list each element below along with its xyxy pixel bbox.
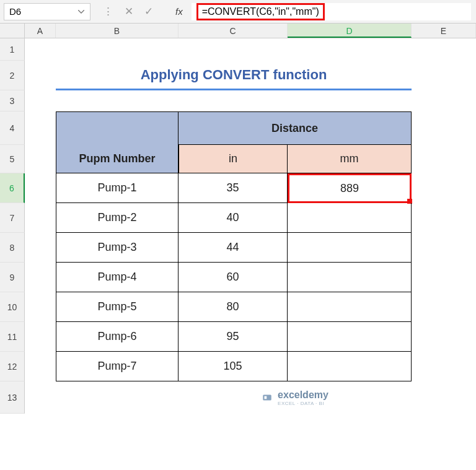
cell-c3[interactable]: [178, 90, 288, 111]
svg-rect-0: [263, 395, 271, 401]
cell-d6-value: 889: [340, 182, 359, 195]
cell-c12[interactable]: 105: [178, 352, 288, 381]
header-pump-number[interactable]: [56, 111, 178, 145]
cell-b11[interactable]: Pump-6: [56, 322, 178, 352]
formula-input[interactable]: =CONVERT(C6,"in","mm"): [192, 3, 471, 20]
cell-a12[interactable]: [25, 352, 56, 381]
row-header-1[interactable]: 1: [0, 38, 25, 61]
row-header-2[interactable]: 2: [0, 61, 25, 90]
cell-b13[interactable]: [56, 381, 178, 414]
cell-e5[interactable]: [412, 145, 476, 173]
row-header-10[interactable]: 10: [0, 292, 25, 322]
cell-e4[interactable]: [412, 111, 476, 145]
name-box-value: D6: [9, 6, 21, 17]
cell-b7[interactable]: Pump-2: [56, 203, 178, 233]
fx-icon[interactable]: fx: [175, 6, 183, 17]
cell-e6[interactable]: [412, 173, 476, 203]
watermark: exceldemy EXCEL · DATA · BI: [178, 381, 412, 414]
col-header-e[interactable]: E: [412, 24, 476, 38]
cell-a10[interactable]: [25, 292, 56, 322]
row-header-11[interactable]: 11: [0, 322, 25, 352]
col-header-a[interactable]: A: [25, 24, 56, 38]
chevron-down-icon[interactable]: [77, 8, 85, 15]
cell-c1[interactable]: [178, 38, 288, 61]
sheet-title[interactable]: Applying CONVERT function: [56, 61, 412, 90]
cell-d10[interactable]: [288, 292, 412, 322]
cell-a11[interactable]: [25, 322, 56, 352]
row-header-12[interactable]: 12: [0, 352, 25, 381]
cell-e13[interactable]: [412, 381, 476, 414]
cell-e9[interactable]: [412, 263, 476, 292]
cell-a2[interactable]: [25, 61, 56, 90]
header-pump-number-span[interactable]: Pupm Number: [56, 145, 178, 173]
cell-d8[interactable]: [288, 233, 412, 263]
cell-d9[interactable]: [288, 263, 412, 292]
cell-d1[interactable]: [288, 38, 412, 61]
cell-a9[interactable]: [25, 263, 56, 292]
cell-d6[interactable]: 889: [288, 173, 412, 203]
cell-d12[interactable]: [288, 352, 412, 381]
col-header-c[interactable]: C: [178, 24, 288, 38]
header-distance[interactable]: Distance: [178, 111, 412, 145]
cell-e1[interactable]: [412, 38, 476, 61]
dots-icon: ⋮: [103, 5, 113, 18]
name-box[interactable]: D6: [4, 3, 90, 20]
cell-d3[interactable]: [288, 90, 412, 111]
svg-rect-1: [265, 396, 267, 399]
cell-b6[interactable]: Pump-1: [56, 173, 178, 203]
cell-a5[interactable]: [25, 145, 56, 173]
cell-e12[interactable]: [412, 352, 476, 381]
formula-bar: D6 ⋮ ✕ ✓ fx =CONVERT(C6,"in","mm"): [0, 0, 476, 24]
header-mm[interactable]: mm: [288, 145, 412, 173]
watermark-tag: EXCEL · DATA · BI: [278, 401, 328, 406]
row-header-6[interactable]: 6: [0, 173, 25, 203]
cell-b12[interactable]: Pump-7: [56, 352, 178, 381]
cancel-icon[interactable]: ✕: [125, 5, 133, 18]
cell-c9[interactable]: 60: [178, 263, 288, 292]
cell-e3[interactable]: [412, 90, 476, 111]
row-header-5[interactable]: 5: [0, 145, 25, 173]
cell-a7[interactable]: [25, 203, 56, 233]
cell-d11[interactable]: [288, 322, 412, 352]
cell-e11[interactable]: [412, 322, 476, 352]
cell-a6[interactable]: [25, 173, 56, 203]
formula-bar-controls: ⋮ ✕ ✓ fx: [103, 5, 183, 18]
spreadsheet-grid: 1 2 Applying CONVERT function 3 4 Distan…: [0, 38, 476, 414]
row-header-8[interactable]: 8: [0, 233, 25, 263]
row-header-4[interactable]: 4: [0, 111, 25, 145]
cell-a8[interactable]: [25, 233, 56, 263]
cell-c7[interactable]: 40: [178, 203, 288, 233]
cell-c10[interactable]: 80: [178, 292, 288, 322]
cell-c6[interactable]: 35: [178, 173, 288, 203]
watermark-brand: exceldemy: [278, 389, 328, 401]
col-header-b[interactable]: B: [56, 24, 178, 38]
cell-a3[interactable]: [25, 90, 56, 111]
column-headers: A B C D E: [0, 24, 476, 38]
formula-text: =CONVERT(C6,"in","mm"): [196, 3, 325, 20]
cell-b9[interactable]: Pump-4: [56, 263, 178, 292]
row-header-3[interactable]: 3: [0, 90, 25, 111]
cell-e10[interactable]: [412, 292, 476, 322]
cell-e7[interactable]: [412, 203, 476, 233]
cell-e8[interactable]: [412, 233, 476, 263]
cell-c8[interactable]: 44: [178, 233, 288, 263]
col-header-d[interactable]: D: [288, 24, 412, 38]
cell-a4[interactable]: [25, 111, 56, 145]
select-all-corner[interactable]: [0, 24, 25, 38]
row-header-13[interactable]: 13: [0, 381, 25, 414]
cell-d7[interactable]: [288, 203, 412, 233]
row-header-7[interactable]: 7: [0, 203, 25, 233]
cell-b8[interactable]: Pump-3: [56, 233, 178, 263]
cell-e2[interactable]: [412, 61, 476, 90]
logo-icon: [262, 392, 273, 403]
cell-c11[interactable]: 95: [178, 322, 288, 352]
row-header-9[interactable]: 9: [0, 263, 25, 292]
cell-b3[interactable]: [56, 90, 178, 111]
cell-a1[interactable]: [25, 38, 56, 61]
cell-a13[interactable]: [25, 381, 56, 414]
cell-b1[interactable]: [56, 38, 178, 61]
cell-b10[interactable]: Pump-5: [56, 292, 178, 322]
header-in[interactable]: in: [178, 145, 288, 173]
accept-icon[interactable]: ✓: [144, 5, 153, 18]
